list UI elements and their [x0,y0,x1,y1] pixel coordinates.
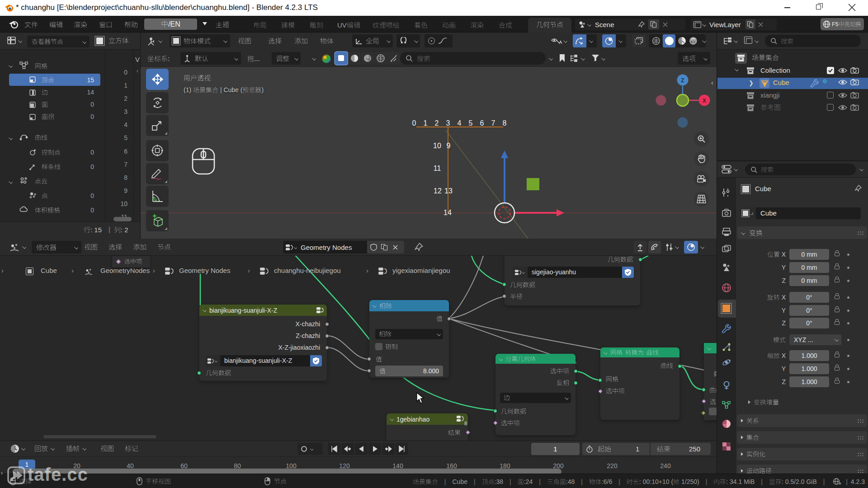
svg-text:8: 8 [503,119,507,127]
svg-text:X: X [703,98,706,104]
svg-text:11: 11 [434,164,441,172]
svg-text:Z: Z [681,77,684,84]
svg-text:2: 2 [435,119,439,127]
svg-text:14: 14 [443,209,452,216]
svg-text:6: 6 [480,119,484,127]
svg-text:9: 9 [447,142,451,150]
svg-text:5: 5 [469,119,473,127]
svg-text:3: 3 [446,119,450,127]
svg-text:0: 0 [412,119,416,127]
svg-text:13: 13 [444,187,453,195]
svg-text:7: 7 [491,119,495,127]
svg-text:12: 12 [434,187,442,195]
svg-text:1: 1 [424,119,428,127]
svg-text:4: 4 [458,119,462,127]
svg-text:10: 10 [433,142,441,150]
